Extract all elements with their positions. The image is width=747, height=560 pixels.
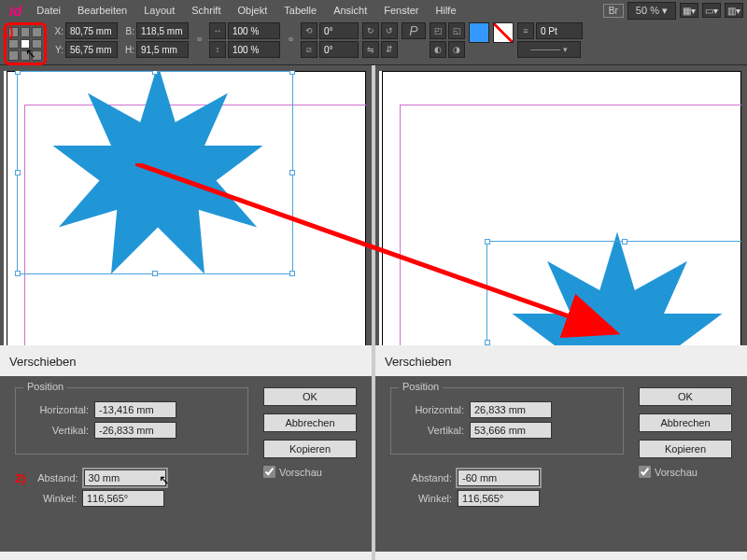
menu-tabelle[interactable]: Tabelle — [276, 3, 324, 18]
h-input[interactable] — [136, 41, 189, 58]
rotate-icon: ⟲ — [301, 22, 317, 39]
abstand-label: Abstand: — [34, 472, 78, 483]
canvas-right[interactable] — [379, 71, 741, 345]
arrange-icon[interactable]: ▥▾ — [725, 3, 743, 18]
shear-input[interactable] — [319, 41, 359, 58]
winkel-label: Winkel: — [15, 493, 77, 504]
cancel-button[interactable]: Abbrechen — [639, 413, 732, 432]
y-label: Y: — [50, 45, 63, 55]
dialog-title: Verschieben — [375, 351, 747, 372]
abstand-input[interactable] — [458, 469, 540, 486]
preview-label: Vorschau — [655, 467, 698, 478]
winkel-input[interactable] — [82, 490, 164, 507]
scale-y-icon: ↕ — [209, 41, 226, 58]
rotate-ccw-icon[interactable]: ↺ — [381, 22, 398, 39]
flip-indicator: P — [402, 22, 426, 39]
w-input[interactable] — [136, 22, 189, 39]
horizontal-label: Horizontal: — [27, 404, 89, 415]
app-logo: Id — [4, 3, 27, 19]
flip-h-icon[interactable]: ⇋ — [362, 41, 379, 58]
stroke-swatch[interactable] — [493, 22, 514, 43]
preview-label: Vorschau — [279, 467, 322, 478]
stroke-weight-input[interactable] — [536, 22, 583, 39]
menu-fenster[interactable]: Fenster — [376, 3, 426, 18]
control-bar: ↖ X: Y: B: H: ⚭ ↔ ↕ ⚭ ⟲ ⧄ ↻↺ ⇋⇵ P ◰◱ ◐◑ … — [0, 21, 747, 65]
h-label: H: — [121, 45, 134, 55]
move-dialog-right: Verschieben Position Horizontal: Vertika… — [375, 345, 747, 560]
ok-button[interactable]: OK — [263, 387, 357, 406]
stroke-style-dropdown[interactable]: ───── ▾ — [517, 41, 581, 58]
menu-objekt[interactable]: Objekt — [230, 3, 275, 18]
copy-button[interactable]: Kopieren — [639, 440, 732, 458]
scale-x-icon: ↔ — [209, 22, 226, 39]
vertical-input[interactable] — [470, 422, 552, 439]
canvas-area — [0, 65, 747, 345]
menubar: Id 1) Datei Bearbeiten Layout Schrift Ob… — [0, 0, 747, 21]
link-wh-icon[interactable]: ⚭ — [192, 22, 205, 56]
vertical-label: Vertikal: — [402, 425, 464, 436]
annotation-1: 1) — [2, 24, 13, 39]
selection-box-left — [17, 71, 293, 274]
stroke-weight-icon: ≡ — [517, 22, 534, 39]
rotate-input[interactable] — [319, 22, 359, 39]
zoom-level[interactable]: 50 % ▾ — [627, 2, 676, 20]
preview-checkbox-input[interactable] — [639, 466, 651, 478]
preview-checkbox[interactable]: Vorschau — [639, 466, 732, 478]
winkel-label: Winkel: — [390, 493, 452, 504]
menu-layout[interactable]: Layout — [136, 3, 182, 18]
x-input[interactable] — [65, 22, 118, 39]
y-input[interactable] — [65, 41, 118, 58]
view-options-icon[interactable]: ▦▾ — [680, 3, 698, 18]
horizontal-input[interactable] — [470, 401, 552, 418]
w-label: B: — [121, 26, 134, 36]
rotate-cw-icon[interactable]: ↻ — [362, 22, 379, 39]
shear-icon: ⧄ — [301, 41, 317, 58]
scale-x-input[interactable] — [228, 22, 280, 39]
horizontal-input[interactable] — [94, 401, 176, 418]
move-dialog-left: Verschieben Position Horizontal: Vertika… — [0, 345, 372, 560]
position-legend: Position — [23, 381, 67, 392]
annotation-2: 2) — [15, 471, 26, 485]
select-next-icon[interactable]: ◑ — [448, 41, 465, 58]
copy-button[interactable]: Kopieren — [263, 440, 357, 458]
vertical-input[interactable] — [94, 422, 176, 439]
fill-swatch[interactable] — [469, 22, 489, 43]
abstand-input[interactable] — [84, 469, 166, 486]
preview-checkbox[interactable]: Vorschau — [263, 466, 357, 478]
position-legend: Position — [399, 381, 443, 392]
position-fieldset: Position Horizontal: Vertikal: — [390, 387, 624, 455]
preview-checkbox-input[interactable] — [263, 466, 275, 478]
vertical-label: Vertikal: — [27, 425, 89, 436]
horizontal-label: Horizontal: — [402, 404, 464, 415]
canvas-left[interactable] — [4, 71, 366, 345]
dialog-title: Verschieben — [0, 351, 372, 372]
select-container-icon[interactable]: ◰ — [430, 22, 446, 39]
selection-box-right — [486, 241, 741, 345]
scale-y-input[interactable] — [228, 41, 280, 58]
abstand-label: Abstand: — [390, 472, 452, 483]
cancel-button[interactable]: Abbrechen — [263, 413, 357, 432]
flip-v-icon[interactable]: ⇵ — [381, 41, 398, 58]
x-label: X: — [50, 26, 63, 36]
menu-hilfe[interactable]: Hilfe — [429, 3, 464, 18]
menu-schrift[interactable]: Schrift — [184, 3, 228, 18]
menu-bearbeiten[interactable]: Bearbeiten — [70, 3, 134, 18]
position-fieldset: Position Horizontal: Vertikal: — [15, 387, 248, 455]
menu-datei[interactable]: Datei — [29, 3, 68, 18]
screen-mode-icon[interactable]: ▭▾ — [702, 3, 721, 18]
link-scale-icon[interactable]: ⚭ — [284, 22, 297, 56]
select-content-icon[interactable]: ◱ — [448, 22, 465, 39]
select-prev-icon[interactable]: ◐ — [430, 41, 446, 58]
ok-button[interactable]: OK — [639, 387, 732, 406]
dialogs-row: Verschieben Position Horizontal: Vertika… — [0, 345, 747, 560]
bridge-badge[interactable]: Br — [603, 4, 624, 18]
menu-ansicht[interactable]: Ansicht — [326, 3, 374, 18]
winkel-input[interactable] — [458, 490, 540, 507]
